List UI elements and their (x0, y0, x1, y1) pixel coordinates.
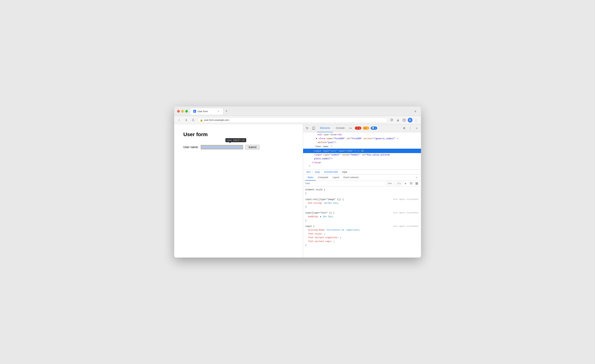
css-rule-element-style: element.style { } (305, 188, 419, 195)
error-badge: 🔴 1 (355, 127, 361, 130)
layout-overlay-button[interactable] (415, 181, 419, 186)
submit-button[interactable]: Submit (245, 145, 260, 150)
filter-input[interactable] (305, 182, 384, 185)
svg-rect-10 (417, 182, 418, 183)
tab-title: User form (198, 110, 208, 113)
element-tooltip: input 146.67 × 21 (225, 138, 246, 142)
devtools-tab-console[interactable]: Console (333, 124, 348, 132)
nav-actions: U ⋮ (389, 117, 419, 123)
active-tab[interactable]: U User form × (190, 108, 223, 114)
username-label: User name: (184, 145, 199, 149)
breadcrumb-body[interactable]: body (314, 170, 321, 174)
breadcrumb-input[interactable]: input (341, 170, 348, 174)
breadcrumb-form[interactable]: form#form300 (323, 170, 339, 174)
cls-button[interactable]: .cls (395, 182, 402, 185)
tooltip-tag: input (227, 139, 232, 142)
dom-line-form-close: </form> (303, 161, 421, 165)
content-area: User form input 146.67 × 21 User name: S… (174, 124, 421, 257)
styles-tab-styles[interactable]: Styles (305, 175, 316, 180)
devtools-settings-button[interactable]: ⚙ (401, 125, 407, 131)
dom-line-method: method="post"> (303, 141, 421, 145)
browser-window: U User form × + ∨ 🔒 (174, 107, 421, 257)
breadcrumb-bar: html › body › form#form300 › input (303, 170, 421, 175)
menu-button[interactable]: ⋮ (413, 117, 419, 123)
new-tab-button[interactable]: + (224, 109, 229, 114)
nav-bar: 🔒 user-form.example.com U ⋮ (174, 116, 421, 124)
styles-tabs-more[interactable]: » (414, 175, 418, 180)
svg-rect-12 (417, 184, 418, 185)
tab-favicon: U (193, 110, 196, 113)
css-rule-input-not: input:not([type="image" i]) { user agent… (305, 198, 419, 209)
download-button[interactable] (395, 117, 401, 123)
devtools-tab-more[interactable]: >> (347, 124, 353, 132)
dom-line-form[interactable]: ▼ <form name="form300" id="form300" acti… (303, 137, 421, 141)
devtools-header: Elements Console >> 🔴 1 🔺 4 (303, 124, 421, 132)
devtools-panel: Elements Console >> 🔴 1 🔺 4 (303, 124, 421, 257)
svg-rect-9 (416, 182, 417, 183)
svg-rect-11 (416, 184, 417, 185)
reload-button[interactable] (191, 117, 196, 123)
warning-badge: 🔺 4 (363, 127, 369, 130)
dom-line-text: "User name: " (303, 145, 421, 149)
extensions-button[interactable] (389, 117, 395, 123)
close-button[interactable] (177, 110, 180, 113)
dom-tree: <h5> user-form</h5> ▼ <form name="form30… (303, 132, 421, 170)
tab-bar: U User form × + ∨ (190, 108, 418, 114)
add-style-button[interactable]: + (404, 181, 408, 186)
username-input[interactable] (201, 145, 243, 150)
styles-tabs: Styles Computed Layout Event Listeners » (303, 175, 421, 181)
back-button[interactable] (177, 117, 182, 123)
styles-tab-layout[interactable]: Layout (330, 175, 341, 180)
devtools-more-button[interactable]: ⋮ (408, 125, 413, 131)
styles-content: element.style { } input:not([type="image… (303, 186, 421, 257)
dom-line-quote: " (303, 165, 421, 169)
breadcrumb-html[interactable]: html (305, 170, 312, 174)
form-row: input 146.67 × 21 User name: Submit (184, 145, 294, 150)
tooltip-size: 146.67 × 21 (233, 139, 245, 142)
devtools-close-button[interactable]: × (414, 125, 419, 131)
inspect-element-button[interactable] (305, 125, 310, 131)
user-avatar[interactable]: U (408, 118, 412, 122)
dom-line-input-submit[interactable]: <input type="submit" value="Submit" id="… (303, 153, 421, 157)
address-bar[interactable]: 🔒 user-form.example.com (198, 117, 388, 123)
hov-button[interactable]: :hov (386, 182, 393, 185)
tab-list-button[interactable]: ∨ (413, 109, 418, 113)
dom-line-input-submit2: plete_submit"> (303, 157, 421, 161)
traffic-lights (177, 110, 188, 113)
page-title: User form (184, 132, 294, 137)
css-rule-input-text: input[type="text" i] { user agent styles… (305, 211, 419, 222)
devtools-tab-elements[interactable]: Elements (317, 124, 333, 132)
dom-line-input-text[interactable]: ··· <input type="text" name="n300" > == … (303, 149, 421, 153)
forward-button[interactable] (184, 117, 189, 123)
svg-rect-6 (410, 182, 412, 184)
message-badge: 💬 2 (371, 127, 377, 130)
devtools-actions: ⚙ ⋮ × (401, 125, 419, 131)
device-mode-button[interactable] (311, 125, 316, 131)
security-icon: 🔒 (200, 119, 203, 121)
page-content: User form input 146.67 × 21 User name: S… (174, 124, 303, 257)
css-rule-input: input { user agent stylesheet writing-mo… (305, 225, 419, 247)
devtools-tabs: Elements Console >> 🔴 1 🔺 4 (317, 124, 401, 132)
tab-close-button[interactable]: × (217, 110, 220, 113)
styles-tab-computed[interactable]: Computed (316, 175, 330, 180)
minimize-button[interactable] (181, 110, 184, 113)
style-source-button[interactable] (409, 181, 413, 186)
split-view-button[interactable] (401, 117, 407, 123)
dom-line-h5[interactable]: <h5> user-form</h5> (303, 133, 421, 137)
styles-tab-event-listeners[interactable]: Event Listeners (341, 175, 361, 180)
filter-bar: :hov .cls + (303, 181, 421, 186)
maximize-button[interactable] (185, 110, 188, 113)
title-bar: U User form × + ∨ (174, 107, 421, 116)
url-text: user-form.example.com (204, 119, 229, 121)
svg-text:U: U (194, 111, 195, 112)
